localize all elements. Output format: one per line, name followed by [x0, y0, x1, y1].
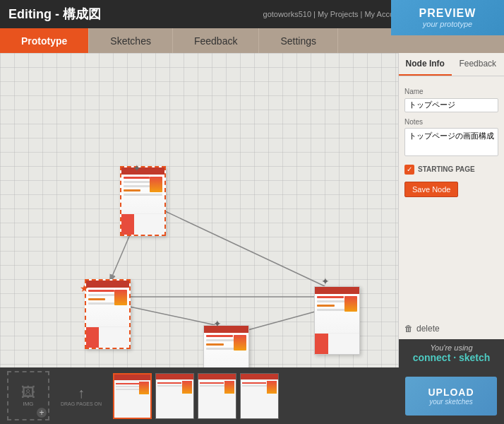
trash-icon: 🗑	[404, 324, 413, 334]
notes-input[interactable]: トップページの画面構成	[404, 128, 498, 156]
svg-line-2	[116, 304, 215, 325]
youre-using-label: You're using	[404, 343, 498, 352]
tab-settings[interactable]: Settings	[259, 28, 338, 53]
tab-feedback[interactable]: Feedback	[173, 28, 259, 53]
th-body	[241, 379, 278, 419]
upload-button[interactable]: UPLOAD your sketches	[405, 377, 497, 416]
starting-page-label: STARTING PAGE	[418, 165, 475, 173]
save-node-button[interactable]: Save Node	[404, 182, 458, 197]
main-area: ✦ ✦ ✦ ★	[0, 53, 504, 367]
node-card-1[interactable]	[120, 166, 166, 236]
th-line	[116, 383, 139, 384]
card-body-1	[121, 175, 164, 213]
add-image-icon[interactable]: +	[37, 408, 47, 418]
upload-text: UPLOAD	[428, 387, 474, 398]
panel-tab-node-info[interactable]: Node Info	[399, 53, 452, 76]
panel-tabs: Node Info Feedback	[399, 53, 504, 76]
connect-sketch-banner: You're using connect · sketch	[399, 339, 504, 367]
th-line	[200, 382, 224, 384]
drop-zone[interactable]: 🖼 IMG +	[7, 371, 49, 420]
name-label: Name	[404, 88, 498, 95]
checkbox-icon[interactable]: ✓	[404, 165, 414, 175]
pin-3: ✦	[213, 318, 224, 329]
node-card-4[interactable]	[314, 286, 360, 355]
drag-arrow-icon: ↑	[78, 385, 85, 401]
th-thumb	[139, 382, 149, 394]
delete-row[interactable]: 🗑 delete	[399, 318, 504, 339]
card-line	[124, 194, 162, 196]
card-line	[124, 189, 140, 192]
drag-hint: ↑ DRAG PAGES ON	[56, 371, 106, 420]
th-body	[156, 379, 193, 419]
card-img-1	[121, 213, 164, 235]
card-line	[206, 343, 224, 346]
tab-sketches[interactable]: Sketches	[89, 28, 173, 53]
card-line	[317, 305, 335, 307]
upload-subtext: your sketches	[429, 398, 473, 406]
card-line	[317, 296, 344, 298]
delete-label: delete	[416, 324, 440, 334]
node-card-2[interactable]	[85, 279, 131, 349]
preview-text: PREVIEW	[419, 7, 476, 20]
card-line	[206, 335, 233, 337]
card-body-4	[315, 294, 359, 333]
th-header	[198, 374, 236, 379]
thumbnail-item-3[interactable]	[198, 373, 236, 419]
svg-line-1	[152, 205, 325, 286]
pin-2: ✦	[321, 276, 332, 287]
th-header	[241, 374, 278, 379]
th-line	[157, 382, 181, 384]
panel-content: Name Notes トップページの画面構成 ✓ STARTING PAGE S…	[399, 76, 504, 318]
username: gotoworks510	[263, 10, 312, 18]
starting-page-row: ✓ STARTING PAGE	[404, 165, 498, 175]
th-thumb	[267, 381, 277, 394]
th-body	[198, 379, 236, 419]
svg-line-4	[240, 311, 318, 332]
preview-subtext: your prototype	[423, 20, 472, 28]
img-icon: 🖼	[21, 384, 35, 401]
drag-hint-text: DRAG PAGES ON	[61, 401, 102, 406]
tab-prototype[interactable]: Prototype	[0, 28, 89, 53]
panel-tab-feedback[interactable]: Feedback	[452, 53, 505, 76]
connect-sketch-brand: connect · sketch	[404, 352, 498, 363]
card-thumb	[150, 177, 162, 192]
card-line	[124, 177, 150, 179]
card-header-2	[86, 281, 129, 288]
node-card-3[interactable]	[203, 325, 249, 367]
right-panel: Node Info Feedback Name Notes トップページの画面構…	[398, 53, 504, 367]
th-thumb	[182, 381, 192, 394]
card-thumb	[234, 335, 246, 351]
card-header-3	[204, 326, 248, 333]
th-body	[114, 380, 150, 419]
my-projects-link[interactable]: My Projects	[318, 10, 358, 18]
th-line	[242, 382, 266, 384]
th-header	[156, 374, 193, 379]
notes-label: Notes	[404, 118, 498, 126]
card-thumb	[344, 296, 357, 312]
card-line	[88, 290, 114, 292]
page-title: Editing - 構成図	[8, 6, 101, 23]
star-badge: ★	[80, 283, 89, 294]
th-header	[114, 375, 150, 380]
card-thumb	[114, 290, 127, 305]
bottom-bar: 🖼 IMG + ↑ DRAG PAGES ON	[0, 367, 504, 424]
card-body-2	[86, 288, 129, 326]
canvas[interactable]: ✦ ✦ ✦ ★	[0, 53, 398, 367]
th-thumb	[224, 381, 234, 394]
thumbnail-strip	[113, 373, 279, 419]
card-line	[88, 298, 105, 300]
drop-zone-label: IMG	[23, 401, 33, 407]
card-img-4	[315, 333, 359, 354]
thumbnail-item-2[interactable]	[155, 373, 194, 419]
card-header-4	[315, 287, 359, 294]
thumbnail-item-1[interactable]	[113, 373, 152, 419]
name-input[interactable]	[404, 98, 498, 112]
thumbnail-item-4[interactable]	[240, 373, 279, 419]
card-img-2	[86, 326, 129, 348]
preview-button[interactable]: PREVIEW your prototype	[391, 0, 504, 35]
card-body-3	[204, 333, 248, 367]
pin-1: ✦	[133, 163, 144, 174]
